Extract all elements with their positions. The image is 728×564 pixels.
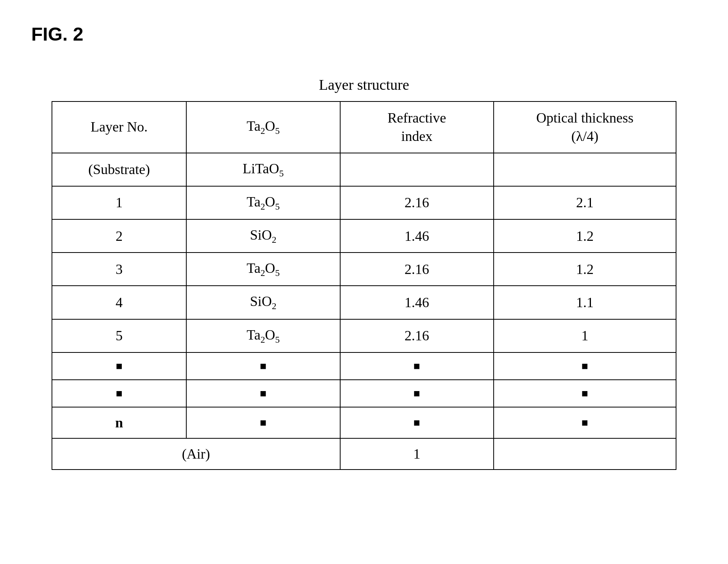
table-row-4: 4 SiO2 1.46 1.1 <box>52 286 676 319</box>
cell-1-ot: 2.1 <box>494 186 676 219</box>
table-row-dot-2: ■ ■ ■ ■ <box>52 380 676 407</box>
table-header-row: Layer No. Ta2O5 Refractiveindex Optical … <box>52 101 676 153</box>
cell-substrate-ri <box>340 153 494 186</box>
cell-4-ri: 1.46 <box>340 286 494 319</box>
layer-structure-table: Layer No. Ta2O5 Refractiveindex Optical … <box>52 101 676 470</box>
cell-air-ot <box>494 438 676 470</box>
cell-dot2-no: ■ <box>52 380 186 407</box>
cell-1-no: 1 <box>52 186 186 219</box>
cell-dot1-no: ■ <box>52 352 186 380</box>
header-refractive: Refractiveindex <box>340 101 494 153</box>
header-layer-no: Layer No. <box>52 101 186 153</box>
cell-3-material: Ta2O5 <box>186 253 340 286</box>
cell-dot1-ot: ■ <box>494 352 676 380</box>
table-row-5: 5 Ta2O5 2.16 1 <box>52 319 676 352</box>
table-row-1: 1 Ta2O5 2.16 2.1 <box>52 186 676 219</box>
table-row-air: (Air) 1 <box>52 438 676 470</box>
cell-dot1-ri: ■ <box>340 352 494 380</box>
header-optical: Optical thickness(λ/4) <box>494 101 676 153</box>
cell-5-material: Ta2O5 <box>186 319 340 352</box>
cell-5-ri: 2.16 <box>340 319 494 352</box>
cell-4-material: SiO2 <box>186 286 340 319</box>
cell-4-ot: 1.1 <box>494 286 676 319</box>
cell-1-material: Ta2O5 <box>186 186 340 219</box>
cell-3-ri: 2.16 <box>340 253 494 286</box>
cell-air-label: (Air) <box>52 438 340 470</box>
fig-title: FIG. 2 <box>31 23 697 45</box>
cell-dot1-material: ■ <box>186 352 340 380</box>
cell-substrate-material: LiTaO5 <box>186 153 340 186</box>
table-row-substrate: (Substrate) LiTaO5 <box>52 153 676 186</box>
cell-5-ot: 1 <box>494 319 676 352</box>
table-row-dot-1: ■ ■ ■ ■ <box>52 352 676 380</box>
table-row-2: 2 SiO2 1.46 1.2 <box>52 219 676 253</box>
cell-4-no: 4 <box>52 286 186 319</box>
cell-2-material: SiO2 <box>186 219 340 253</box>
table-caption: Layer structure <box>319 76 409 93</box>
cell-dot2-ri: ■ <box>340 380 494 407</box>
cell-dot2-material: ■ <box>186 380 340 407</box>
cell-n-ot: ■ <box>494 407 676 438</box>
header-material: Ta2O5 <box>186 101 340 153</box>
cell-3-ot: 1.2 <box>494 253 676 286</box>
cell-1-ri: 2.16 <box>340 186 494 219</box>
cell-substrate-ot <box>494 153 676 186</box>
cell-dot2-ot: ■ <box>494 380 676 407</box>
cell-2-ot: 1.2 <box>494 219 676 253</box>
cell-2-no: 2 <box>52 219 186 253</box>
cell-2-ri: 1.46 <box>340 219 494 253</box>
table-row-3: 3 Ta2O5 2.16 1.2 <box>52 253 676 286</box>
cell-5-no: 5 <box>52 319 186 352</box>
table-row-n: n ■ ■ ■ <box>52 407 676 438</box>
cell-air-ri: 1 <box>340 438 494 470</box>
cell-substrate-no: (Substrate) <box>52 153 186 186</box>
cell-n-ri: ■ <box>340 407 494 438</box>
cell-n-material: ■ <box>186 407 340 438</box>
cell-3-no: 3 <box>52 253 186 286</box>
cell-n-no: n <box>52 407 186 438</box>
